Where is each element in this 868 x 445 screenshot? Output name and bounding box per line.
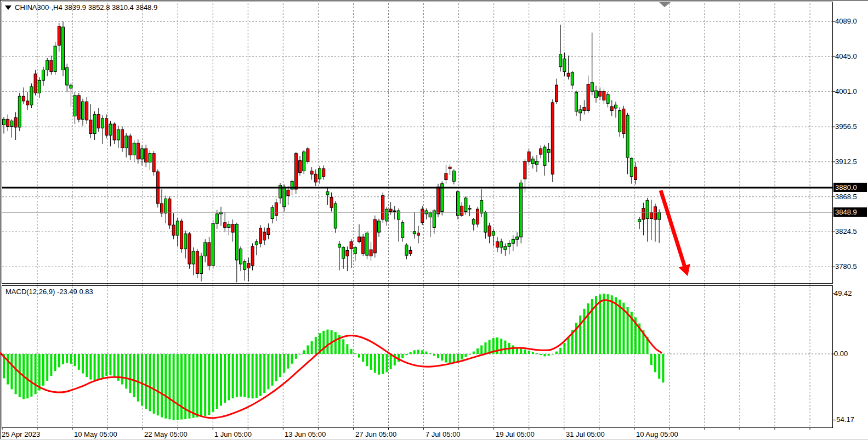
macd-histogram-bar [145,354,147,409]
macd-histogram-bar [275,354,277,381]
macd-histogram-bar [536,353,538,354]
macd-histogram-bar [54,354,56,371]
candle-body [342,247,345,258]
candle-body [117,129,120,140]
macd-indicator-label: MACD(12,26,9) -23.49 0.83 [5,288,93,296]
candle-body [468,209,471,209]
macd-histogram-bar [109,354,111,375]
macd-histogram-bar [216,354,218,409]
macd-histogram-bar [385,354,388,372]
candle-body [93,115,96,134]
price-axis-label: 3824.5 [835,227,857,236]
macd-histogram-bar [30,354,32,397]
macd-histogram-bar [291,354,293,364]
candle-body [543,147,546,165]
candle-body [322,168,325,176]
macd-histogram-bar [46,354,48,381]
macd-histogram-bar [188,354,190,419]
macd-histogram-bar [417,350,419,354]
candle-body [164,199,167,213]
macd-histogram-bar [66,354,68,363]
macd-histogram-bar [528,351,530,354]
candle-body [540,149,542,154]
candle-body [184,234,187,249]
macd-histogram-bar [445,354,447,363]
macd-histogram-bar [579,316,581,354]
macd-histogram-bar [457,354,459,361]
candle-body [34,74,37,93]
horizontal-level-line[interactable] [2,187,832,189]
macd-histogram-bar [500,339,502,354]
candle-body [555,85,558,102]
price-axis-label: 4001.0 [835,87,857,96]
macd-histogram-bar [512,345,514,354]
current-price-badge: 3848.9 [833,207,867,217]
macd-histogram-bar [662,354,664,382]
candle-body [366,233,368,256]
candle-body [508,243,510,246]
time-axis-label: 22 May 05:00 [144,430,188,438]
macd-histogram-bar [568,337,570,354]
candle-body [413,232,416,234]
candle-body [382,195,384,219]
macd-histogram-bar [164,354,167,419]
candle-body [271,207,274,218]
candle-body [152,154,155,172]
candle-body [208,243,211,266]
candle-body [255,242,258,245]
macd-histogram-bar [177,354,179,420]
macd-histogram-bar [125,354,127,388]
macd-histogram-bar [157,354,159,415]
candle-body [362,237,365,254]
candle-body [46,60,49,70]
candle-body [3,119,5,125]
time-axis-label: 1 Jun 05:00 [214,430,252,438]
candle-body [527,152,530,161]
candle-body [141,149,144,159]
candle-body [358,237,361,242]
macd-histogram-bar [94,354,96,381]
macd-histogram-bar [168,354,171,419]
macd-histogram-bar [15,354,17,394]
candle-body [310,171,313,174]
candle-body [405,245,408,255]
macd-histogram-bar [86,354,88,377]
candle-body [496,242,499,247]
macd-histogram-bar [555,352,558,354]
macd-histogram-bar [342,339,344,354]
candle-body [571,72,574,85]
symbol-marker-icon[interactable] [5,5,12,10]
time-axis-label: 27 Jun 05:00 [355,430,396,438]
candle-body [50,60,53,71]
macd-histogram-bar [271,354,274,386]
price-axis-label: 3956.5 [835,122,857,131]
macd-histogram-bar [10,354,13,389]
candle-body [520,183,523,237]
candle-body [212,223,214,266]
candle-body [587,85,589,111]
macd-histogram-bar [326,330,328,354]
candle-body [338,244,341,247]
macd-axis-label: 49.42 [834,289,852,298]
candle-body [630,158,633,176]
macd-histogram-bar [299,354,301,354]
candle-body [215,214,218,223]
candle-body [619,110,621,132]
macd-histogram-bar [212,354,214,412]
candle-body [97,115,100,128]
candle-body [180,221,183,249]
macd-histogram-bar [303,350,305,354]
macd-histogram-bar [200,354,202,416]
candle-body [409,250,412,254]
candle-body [461,206,463,215]
candle-body [536,161,538,165]
time-axis-label: 19 Jul 05:00 [496,430,535,438]
chart-canvas[interactable] [0,0,868,445]
candle-body [192,251,195,264]
candle-body [622,109,625,134]
macd-histogram-bar [346,344,348,354]
macd-histogram-bar [374,354,376,373]
candle-body [654,207,657,219]
macd-histogram-bar [180,354,183,420]
time-axis-label: 10 Aug 05:00 [636,430,678,438]
